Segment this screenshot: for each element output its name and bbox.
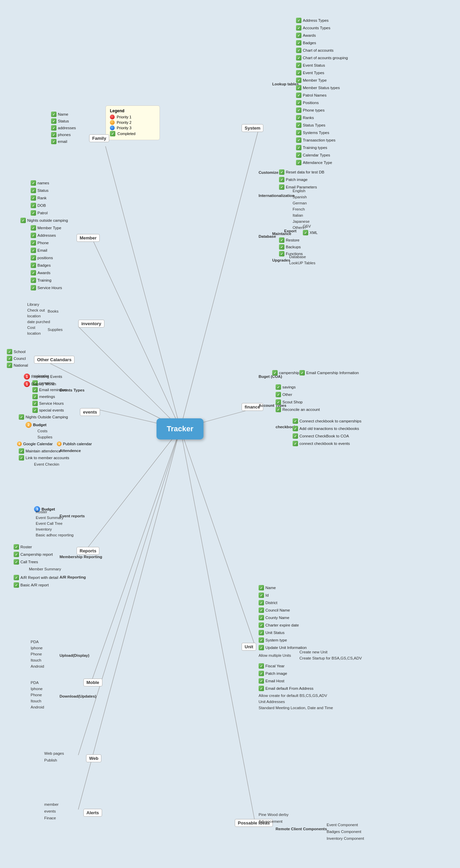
check-icon: ✓ (296, 33, 301, 38)
check-icon: ✓ (31, 225, 36, 231)
check-icon: ✓ (259, 645, 264, 650)
inventory-location1: location (27, 314, 41, 318)
special-events-node: ✓ special events (32, 407, 64, 413)
events-branch: events (80, 408, 100, 416)
check-icon: ✓ (259, 622, 264, 628)
repeating-events: 1 Repeating Events (24, 373, 62, 380)
member-email: ✓ Email (31, 248, 47, 253)
i18n-italian: Italian (293, 213, 303, 218)
ar-basic: ✓ Basic A/R report (14, 582, 49, 588)
system-branch: System (242, 124, 263, 132)
upload-iphone: Iphone (31, 646, 43, 650)
email-reminders-node: ✓ Email reminders (32, 387, 67, 393)
unit-addresses: Unit Addresses (259, 699, 285, 704)
export-csv: CSV (303, 224, 311, 229)
advancement: Advancement (259, 819, 282, 824)
check-icon: ✓ (31, 285, 36, 290)
event-checkin: Event Checkin (34, 462, 59, 467)
reconcile: ✓ Reconcile an account (276, 407, 320, 412)
export-label: Export (284, 229, 296, 233)
create-new-unit: Create new Unit (299, 650, 327, 654)
priority1-dot (110, 115, 115, 119)
priority3-label: Priority 3 (117, 126, 131, 130)
unit-id: ✓ Id (259, 592, 269, 598)
checkbook-coa: ✓ Connect CheckBook to COA (293, 433, 349, 439)
mr-roster: ✓ Roster (14, 544, 32, 550)
family-branch: Family (89, 134, 109, 142)
check-icon: ✓ (31, 248, 36, 253)
check-icon: ✓ (32, 387, 38, 393)
councl-node: ✓ Councl (7, 356, 26, 361)
customize-label: Customize (259, 170, 278, 175)
email-host: ✓ Email Host (259, 678, 284, 684)
check-icon: ✓ (296, 48, 301, 53)
i18n-label: Internationalization (259, 193, 294, 198)
mr-calltrees: ✓ Call Trees (14, 559, 38, 565)
unit-branch: Unit (242, 643, 256, 651)
member-positions: ✓ positions (31, 255, 53, 261)
svg-line-8 (78, 429, 180, 809)
download-android: Android (31, 705, 44, 710)
remote-label: Remote Client Components (276, 827, 327, 831)
check-icon: ✓ (259, 678, 264, 684)
check-icon: ✓ (259, 585, 264, 590)
priority1-dot: 1 (24, 381, 30, 387)
member-phone: ✓ Phone (31, 240, 49, 246)
svg-line-5 (85, 429, 180, 551)
member-badges: ✓ Badges (31, 263, 51, 268)
svg-line-11 (180, 429, 255, 646)
download-itouch: Itouch (31, 699, 41, 703)
check-icon: ✓ (276, 407, 281, 412)
mr-campership: ✓ Campership report (14, 552, 53, 557)
center-label: Tracker (167, 424, 193, 433)
download-label: Download(Updates) (60, 694, 96, 699)
unit-charter: ✓ Charter expire date (259, 622, 299, 628)
er-inventory: Inventory (36, 527, 52, 532)
legend-title: Legend (110, 108, 155, 113)
create-startup: Create Startup for BSA,GS,CS,ADV (299, 656, 362, 661)
i18n-japanese: Japanese (293, 219, 310, 224)
family-phones: ✓ phones (51, 132, 71, 137)
check-icon: ✓ (296, 160, 301, 165)
check-icon: ✓ (303, 230, 308, 235)
lookup-patrol-names: ✓ Patrol Names (296, 93, 327, 98)
check-icon: ✓ (31, 180, 36, 186)
check-icon: ✓ (296, 115, 301, 120)
check-icon: ✓ (279, 244, 284, 250)
web-pages: Web pages (44, 751, 64, 756)
lookup-transaction-types: ✓ Transasction types (296, 137, 335, 143)
check-icon: ✓ (14, 552, 19, 557)
alerts-finance: Finace (44, 816, 56, 820)
upload-phone: Phone (31, 652, 42, 656)
checkbook-camperships: ✓ Connect checkbook to camperships (293, 418, 361, 424)
svg-line-1 (92, 238, 180, 429)
check-icon: ✓ (296, 70, 301, 76)
legend-item-1: Priority 1 (110, 115, 155, 119)
customize-reset: ✓ Reset data for test DB (279, 169, 324, 175)
nights-outside-node: ✓ Nights Outside Camping (19, 414, 68, 420)
reports-branch: Reports (77, 547, 99, 555)
upgrades-database: Database (289, 254, 306, 259)
check-icon: ✓ (293, 433, 298, 439)
member-rank: ✓ Rank (31, 195, 47, 201)
priority3-dot (110, 126, 115, 130)
svg-line-6 (92, 429, 180, 680)
membership-reporting-label: Membership Reporting (60, 554, 102, 559)
check-icon: ✓ (32, 401, 38, 406)
check-icon: ✓ (296, 100, 301, 105)
check-icon: ✓ (31, 188, 36, 193)
center-node: Tracker (157, 418, 203, 439)
check-icon: ✓ (31, 270, 36, 276)
check-icon: ✓ (296, 93, 301, 98)
member-status: ✓ Status (31, 188, 49, 193)
check-icon: ✓ (31, 263, 36, 268)
web-branch: Web (86, 754, 101, 762)
lookup-status-types: ✓ Status Types (296, 122, 325, 128)
mind-map: Tracker Legend Priority 1 Priority 2 Pri… (0, 0, 460, 868)
inventory-library: Library (27, 302, 39, 307)
check-icon: ✓ (279, 169, 284, 175)
email-campership: ✓ Email Campership Information (299, 370, 359, 375)
attendence-label: Attendence (60, 448, 81, 453)
costs-node: Costs (37, 429, 47, 433)
member-dob: ✓ DOB (31, 203, 46, 208)
